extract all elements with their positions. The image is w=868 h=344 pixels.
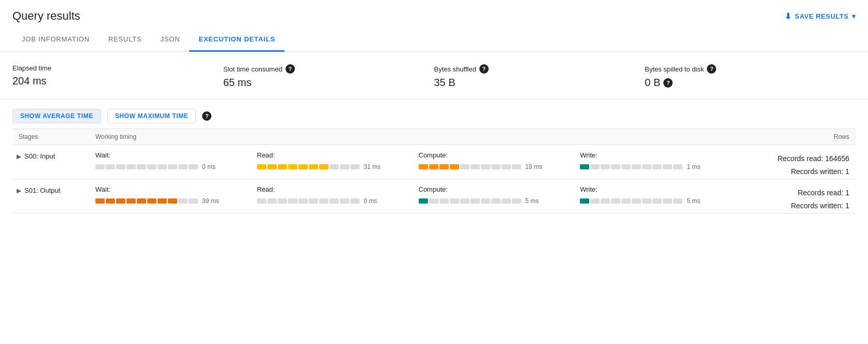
s01-records-written: Records written: 1 <box>742 199 849 212</box>
metric-bytes-spilled-value: 0 B ? <box>645 77 843 89</box>
s01-read-label: Read: <box>257 185 419 193</box>
s01-compute-cell: Compute: <box>419 185 580 205</box>
save-results-button[interactable]: ⬇ SAVE RESULTS ▾ <box>785 11 856 21</box>
s00-write-cell: Write: <box>580 151 742 170</box>
s01-wait-bar: 39 ms <box>95 197 257 205</box>
save-results-label: SAVE RESULTS <box>795 12 849 20</box>
stage-row-s00: ▶ S00: Input Wait: <box>12 145 856 179</box>
metric-bytes-shuffled: Bytes shuffled ? 35 B <box>434 64 645 89</box>
metric-bytes-spilled-label: Bytes spilled to disk ? <box>645 64 843 74</box>
s01-compute-label: Compute: <box>419 185 580 193</box>
s00-wait-bar: 0 ms <box>95 163 257 170</box>
tab-results[interactable]: RESULTS <box>99 28 151 52</box>
s01-write-label: Write: <box>580 185 742 193</box>
s00-write-bar: 1 ms <box>580 163 742 170</box>
slot-time-help-icon[interactable]: ? <box>286 64 295 74</box>
chevron-down-icon: ▾ <box>852 12 856 20</box>
bytes-shuffled-help-icon[interactable]: ? <box>479 64 489 74</box>
s00-compute-bar: 18 ms <box>419 163 580 170</box>
metric-elapsed-time-value: 204 ms <box>12 75 211 87</box>
s00-expand-icon[interactable]: ▶ <box>17 153 21 160</box>
bytes-spilled-label-help-icon[interactable]: ? <box>707 64 716 74</box>
bytes-spilled-value-help-icon[interactable]: ? <box>663 78 673 88</box>
page-header: Query results ⬇ SAVE RESULTS ▾ <box>0 0 868 28</box>
s01-read-value: 0 ms <box>364 197 377 205</box>
s01-wait-cell: Wait: <box>95 185 257 205</box>
s00-wait-value: 0 ms <box>202 163 216 170</box>
s01-compute-bar: 5 ms <box>419 197 580 205</box>
tab-job-information[interactable]: JOB INFORMATION <box>12 28 99 52</box>
s01-write-value: 5 ms <box>687 197 700 205</box>
stage-row-s01: ▶ S01: Output Wait: <box>12 179 856 213</box>
s00-wait-label: Wait: <box>95 151 257 159</box>
col-header-timing: Working timing <box>95 133 742 140</box>
s00-stage-name: S00: Input <box>24 152 55 160</box>
toggle-section: SHOW AVERAGE TIME SHOW MAXIMUM TIME ? <box>0 99 868 128</box>
tab-json[interactable]: JSON <box>151 28 190 52</box>
stages-table: Stages Working timing Rows ▶ S00: Input … <box>0 128 868 213</box>
s01-write-cell: Write: <box>580 185 742 205</box>
s00-write-label: Write: <box>580 151 742 159</box>
s00-timing-cells: Wait: <box>95 145 742 179</box>
page: Query results ⬇ SAVE RESULTS ▾ JOB INFOR… <box>0 0 868 344</box>
s01-expand-icon[interactable]: ▶ <box>17 187 21 194</box>
download-icon: ⬇ <box>785 11 792 21</box>
metric-slot-time-label: Slot time consumed ? <box>223 64 422 74</box>
s00-rows-col: Records read: 164656 Records written: 1 <box>742 145 856 178</box>
tab-execution-details[interactable]: EXECUTION DETAILS <box>189 28 284 52</box>
s01-read-cell: Read: <box>257 185 419 205</box>
s00-records-written: Records written: 1 <box>742 165 849 178</box>
metric-bytes-shuffled-label: Bytes shuffled ? <box>434 64 633 74</box>
s01-write-bar: 5 ms <box>580 197 742 205</box>
metric-slot-time: Slot time consumed ? 65 ms <box>223 64 434 89</box>
timing-help-icon[interactable]: ? <box>202 111 211 121</box>
metric-elapsed-time-label: Elapsed time <box>12 64 211 72</box>
s00-read-label: Read: <box>257 151 419 159</box>
s00-write-value: 1 ms <box>687 163 700 170</box>
s01-read-bar: 0 ms <box>257 197 419 205</box>
s00-read-bar: 31 ms <box>257 163 419 170</box>
s01-rows-col: Records read: 1 Records written: 1 <box>742 179 856 212</box>
s01-timing-cells: Wait: <box>95 179 742 213</box>
s00-compute-label: Compute: <box>419 151 580 159</box>
col-header-rows: Rows <box>742 133 856 140</box>
s00-read-cell: Read: <box>257 151 419 170</box>
metric-elapsed-time: Elapsed time 204 ms <box>12 64 223 89</box>
show-average-time-button[interactable]: SHOW AVERAGE TIME <box>12 109 101 123</box>
metric-bytes-shuffled-value: 35 B <box>434 77 633 89</box>
s00-compute-cell: Compute: <box>419 151 580 170</box>
s00-compute-value: 18 ms <box>525 163 543 170</box>
s01-wait-value: 39 ms <box>202 197 219 205</box>
page-title: Query results <box>12 9 80 23</box>
s01-records-read: Records read: 1 <box>742 187 849 199</box>
col-header-stages: Stages <box>12 133 95 140</box>
s00-read-value: 31 ms <box>364 163 381 170</box>
stages-table-header: Stages Working timing Rows <box>12 128 856 145</box>
s01-stage-name: S01: Output <box>24 187 60 194</box>
s00-wait-cell: Wait: <box>95 151 257 170</box>
metrics-row: Elapsed time 204 ms Slot time consumed ?… <box>0 52 868 99</box>
s01-wait-label: Wait: <box>95 185 257 193</box>
metric-bytes-spilled: Bytes spilled to disk ? 0 B ? <box>645 64 856 89</box>
s01-compute-value: 5 ms <box>525 197 539 205</box>
tabs-bar: JOB INFORMATION RESULTS JSON EXECUTION D… <box>0 28 868 52</box>
metric-slot-time-value: 65 ms <box>223 77 422 89</box>
s00-records-read: Records read: 164656 <box>742 152 849 165</box>
show-maximum-time-button[interactable]: SHOW MAXIMUM TIME <box>107 109 196 123</box>
